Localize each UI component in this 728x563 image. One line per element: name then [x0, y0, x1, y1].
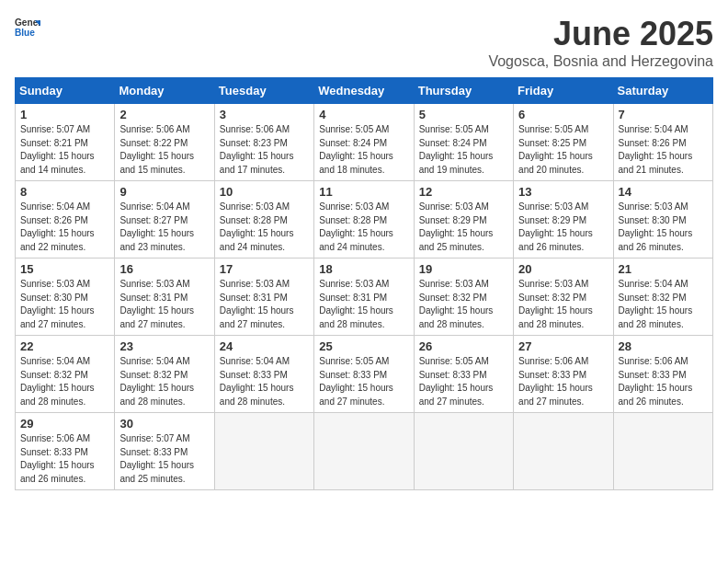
day-number: 20 — [518, 262, 608, 276]
day-info: Sunrise: 5:05 AM Sunset: 8:24 PM Dayligh… — [419, 123, 508, 177]
day-number: 15 — [20, 262, 109, 276]
day-number: 28 — [619, 339, 708, 353]
calendar-cell: 8 Sunrise: 5:04 AM Sunset: 8:26 PM Dayli… — [16, 181, 115, 259]
calendar-cell: 18 Sunrise: 5:03 AM Sunset: 8:31 PM Dayl… — [314, 259, 414, 336]
day-number: 8 — [20, 185, 109, 199]
calendar-week-row: 1 Sunrise: 5:07 AM Sunset: 8:21 PM Dayli… — [16, 104, 713, 181]
day-info: Sunrise: 5:05 AM Sunset: 8:33 PM Dayligh… — [319, 355, 408, 408]
calendar: SundayMondayTuesdayWednesdayThursdayFrid… — [15, 77, 713, 490]
day-number: 3 — [220, 108, 309, 121]
day-number: 10 — [220, 185, 309, 199]
day-number: 9 — [119, 185, 209, 199]
calendar-cell: 15 Sunrise: 5:03 AM Sunset: 8:30 PM Dayl… — [16, 259, 115, 336]
calendar-cell: 21 Sunrise: 5:04 AM Sunset: 8:32 PM Dayl… — [613, 259, 712, 336]
day-info: Sunrise: 5:05 AM Sunset: 8:33 PM Dayligh… — [419, 355, 508, 408]
day-info: Sunrise: 5:06 AM Sunset: 8:33 PM Dayligh… — [518, 355, 608, 408]
calendar-cell — [613, 413, 712, 490]
day-info: Sunrise: 5:07 AM Sunset: 8:33 PM Dayligh… — [119, 432, 209, 486]
day-info: Sunrise: 5:03 AM Sunset: 8:30 PM Dayligh… — [619, 201, 708, 254]
calendar-cell: 29 Sunrise: 5:06 AM Sunset: 8:33 PM Dayl… — [16, 413, 115, 490]
day-number: 5 — [419, 108, 508, 121]
calendar-cell — [414, 413, 513, 490]
month-title: June 2025 — [488, 15, 713, 53]
day-number: 25 — [319, 339, 408, 353]
day-number: 4 — [319, 108, 408, 121]
day-info: Sunrise: 5:07 AM Sunset: 8:21 PM Dayligh… — [20, 123, 109, 177]
weekday-header-monday: Monday — [115, 78, 214, 104]
calendar-cell: 9 Sunrise: 5:04 AM Sunset: 8:27 PM Dayli… — [115, 181, 214, 259]
calendar-cell: 11 Sunrise: 5:03 AM Sunset: 8:28 PM Dayl… — [314, 181, 414, 259]
calendar-cell: 20 Sunrise: 5:03 AM Sunset: 8:32 PM Dayl… — [514, 259, 613, 336]
day-number: 18 — [319, 262, 408, 276]
weekday-header-row: SundayMondayTuesdayWednesdayThursdayFrid… — [16, 78, 713, 104]
day-info: Sunrise: 5:05 AM Sunset: 8:24 PM Dayligh… — [319, 123, 408, 177]
calendar-cell: 7 Sunrise: 5:04 AM Sunset: 8:26 PM Dayli… — [613, 104, 712, 181]
logo: General Blue — [15, 15, 40, 40]
day-info: Sunrise: 5:03 AM Sunset: 8:31 PM Dayligh… — [220, 278, 309, 331]
calendar-cell: 25 Sunrise: 5:05 AM Sunset: 8:33 PM Dayl… — [314, 336, 414, 413]
calendar-cell: 2 Sunrise: 5:06 AM Sunset: 8:22 PM Dayli… — [115, 104, 214, 181]
day-info: Sunrise: 5:06 AM Sunset: 8:33 PM Dayligh… — [20, 432, 109, 486]
calendar-cell: 26 Sunrise: 5:05 AM Sunset: 8:33 PM Dayl… — [414, 336, 513, 413]
day-info: Sunrise: 5:03 AM Sunset: 8:30 PM Dayligh… — [20, 278, 109, 331]
title-area: June 2025 Vogosca, Bosnia and Herzegovin… — [488, 15, 713, 70]
day-number: 27 — [518, 339, 608, 353]
day-info: Sunrise: 5:03 AM Sunset: 8:31 PM Dayligh… — [119, 278, 209, 331]
calendar-cell — [214, 413, 313, 490]
calendar-cell: 19 Sunrise: 5:03 AM Sunset: 8:32 PM Dayl… — [414, 259, 513, 336]
calendar-cell — [514, 413, 613, 490]
calendar-cell: 1 Sunrise: 5:07 AM Sunset: 8:21 PM Dayli… — [16, 104, 115, 181]
weekday-header-thursday: Thursday — [414, 78, 513, 104]
calendar-cell: 17 Sunrise: 5:03 AM Sunset: 8:31 PM Dayl… — [214, 259, 313, 336]
day-info: Sunrise: 5:03 AM Sunset: 8:29 PM Dayligh… — [518, 201, 608, 254]
day-number: 1 — [20, 108, 109, 121]
day-info: Sunrise: 5:03 AM Sunset: 8:32 PM Dayligh… — [518, 278, 608, 331]
calendar-cell: 22 Sunrise: 5:04 AM Sunset: 8:32 PM Dayl… — [16, 336, 115, 413]
calendar-cell: 13 Sunrise: 5:03 AM Sunset: 8:29 PM Dayl… — [514, 181, 613, 259]
day-number: 17 — [220, 262, 309, 276]
day-number: 2 — [119, 108, 209, 121]
calendar-cell — [314, 413, 414, 490]
calendar-week-row: 15 Sunrise: 5:03 AM Sunset: 8:30 PM Dayl… — [16, 259, 713, 336]
day-info: Sunrise: 5:04 AM Sunset: 8:26 PM Dayligh… — [20, 201, 109, 254]
day-info: Sunrise: 5:04 AM Sunset: 8:26 PM Dayligh… — [619, 123, 708, 177]
day-number: 19 — [419, 262, 508, 276]
day-number: 16 — [119, 262, 209, 276]
day-info: Sunrise: 5:03 AM Sunset: 8:32 PM Dayligh… — [419, 278, 508, 331]
day-info: Sunrise: 5:06 AM Sunset: 8:22 PM Dayligh… — [119, 123, 209, 177]
day-info: Sunrise: 5:05 AM Sunset: 8:25 PM Dayligh… — [518, 123, 608, 177]
calendar-cell: 3 Sunrise: 5:06 AM Sunset: 8:23 PM Dayli… — [214, 104, 313, 181]
weekday-header-friday: Friday — [514, 78, 613, 104]
weekday-header-tuesday: Tuesday — [214, 78, 313, 104]
day-info: Sunrise: 5:04 AM Sunset: 8:33 PM Dayligh… — [220, 355, 309, 408]
calendar-cell: 10 Sunrise: 5:03 AM Sunset: 8:28 PM Dayl… — [214, 181, 313, 259]
weekday-header-saturday: Saturday — [613, 78, 712, 104]
day-info: Sunrise: 5:03 AM Sunset: 8:31 PM Dayligh… — [319, 278, 408, 331]
day-number: 26 — [419, 339, 508, 353]
svg-text:Blue: Blue — [15, 28, 35, 38]
calendar-cell: 16 Sunrise: 5:03 AM Sunset: 8:31 PM Dayl… — [115, 259, 214, 336]
calendar-week-row: 29 Sunrise: 5:06 AM Sunset: 8:33 PM Dayl… — [16, 413, 713, 490]
weekday-header-wednesday: Wednesday — [314, 78, 414, 104]
day-info: Sunrise: 5:04 AM Sunset: 8:27 PM Dayligh… — [119, 201, 209, 254]
calendar-cell: 6 Sunrise: 5:05 AM Sunset: 8:25 PM Dayli… — [514, 104, 613, 181]
day-number: 13 — [518, 185, 608, 199]
day-info: Sunrise: 5:03 AM Sunset: 8:28 PM Dayligh… — [319, 201, 408, 254]
header: General Blue June 2025 Vogosca, Bosnia a… — [15, 15, 713, 70]
calendar-week-row: 8 Sunrise: 5:04 AM Sunset: 8:26 PM Dayli… — [16, 181, 713, 259]
calendar-week-row: 22 Sunrise: 5:04 AM Sunset: 8:32 PM Dayl… — [16, 336, 713, 413]
calendar-cell: 12 Sunrise: 5:03 AM Sunset: 8:29 PM Dayl… — [414, 181, 513, 259]
calendar-cell: 14 Sunrise: 5:03 AM Sunset: 8:30 PM Dayl… — [613, 181, 712, 259]
day-number: 30 — [119, 417, 209, 431]
day-info: Sunrise: 5:06 AM Sunset: 8:23 PM Dayligh… — [220, 123, 309, 177]
calendar-cell: 24 Sunrise: 5:04 AM Sunset: 8:33 PM Dayl… — [214, 336, 313, 413]
day-number: 7 — [619, 108, 708, 121]
day-number: 22 — [20, 339, 109, 353]
day-number: 6 — [518, 108, 608, 121]
logo-icon: General Blue — [15, 15, 40, 40]
location-title: Vogosca, Bosnia and Herzegovina — [488, 53, 713, 70]
day-number: 14 — [619, 185, 708, 199]
calendar-cell: 23 Sunrise: 5:04 AM Sunset: 8:32 PM Dayl… — [115, 336, 214, 413]
calendar-cell: 4 Sunrise: 5:05 AM Sunset: 8:24 PM Dayli… — [314, 104, 414, 181]
day-number: 21 — [619, 262, 708, 276]
